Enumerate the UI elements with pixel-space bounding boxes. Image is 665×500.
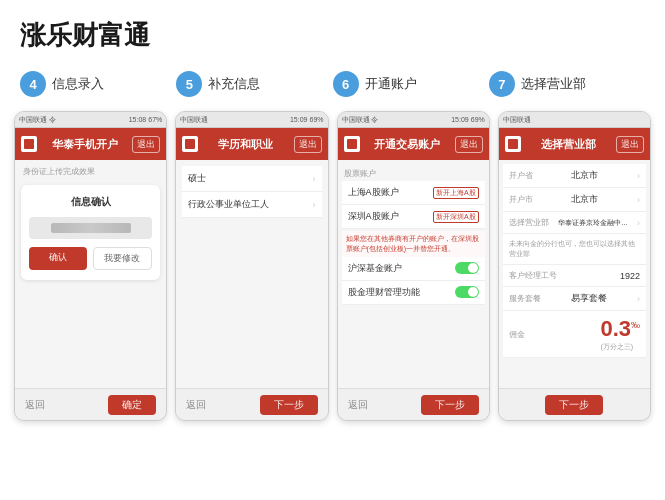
phone2-bottom: 返回 下一步 [176,388,327,420]
dialog-id-blur [51,223,131,233]
step-4: 4 信息录入 [20,71,176,97]
phone2-nav-title: 学历和职业 [198,137,293,152]
account-row-shenzhen[interactable]: 深圳A股账户 新开深圳A股 [342,205,485,229]
broker-province-row[interactable]: 开户省 北京市 › [503,164,646,188]
phone4-bottom: 下一步 [499,388,650,420]
phone3-battery: 69% [471,116,485,123]
phone2-nav-icon [182,136,198,152]
service-label: 服务套餐 [509,293,541,304]
phone1-nav: 华泰手机开户 退出 [15,128,166,160]
phone3-carrier: 中国联通 令 [342,115,379,125]
phone1-subtitle: 身份证上传完成效果 [21,166,95,177]
service-value: 易享套餐 [571,292,607,305]
occupation-chevron: › [313,200,316,210]
phone3-nav-inner [347,139,357,149]
phone1-carrier: 中国联通 令 [19,115,56,125]
phone-3: 中国联通 令 15:09 69% 开通交易账户 退出 股票账户 上海A股账户 新… [337,111,490,421]
phone1-next-btn[interactable]: 确定 [108,395,156,415]
step-5-label: 补充信息 [208,75,260,93]
step-5-circle: 5 [176,71,202,97]
phone4-status-bar: 中国联通 [499,112,650,128]
phone1-exit-btn[interactable]: 退出 [132,136,160,153]
phone2-carrier: 中国联通 [180,115,208,125]
account-notice: 如果您在其他券商有开户的账户，在深圳股票账户(包括创业板)一并替您开通。 [342,231,485,257]
form-row-education[interactable]: 硕士 › [182,166,321,192]
city-label: 开户市 [509,194,533,205]
info-confirm-dialog: 信息确认 确认 我要修改 [21,185,160,280]
phone2-time: 15:09 [290,116,308,123]
phone-2: 中国联通 15:09 69% 学历和职业 退出 硕士 › 行政公事业单位工人 › [175,111,328,421]
account-row-shanghai[interactable]: 上海A股账户 新开上海A股 [342,181,485,205]
step-4-label: 信息录入 [52,75,104,93]
fee-unit: ‰ [631,320,640,330]
phone2-next-btn[interactable]: 下一步 [260,395,318,415]
step-5: 5 补充信息 [176,71,332,97]
education-chevron: › [313,174,316,184]
manager-value: 1922 [620,271,640,281]
phones-row: 中国联通 令 15:08 67% 华泰手机开户 退出 身份证上传完成效果 信息确… [0,111,665,421]
step-7: 7 选择营业部 [489,71,645,97]
phone2-nav-inner [185,139,195,149]
modify-button[interactable]: 我要修改 [93,247,153,270]
confirm-button[interactable]: 确认 [29,247,87,270]
form-row-occupation[interactable]: 行政公事业单位工人 › [182,192,321,218]
fee-sub: (万分之三) [600,342,640,352]
fund-label: 沪深基金账户 [348,262,402,275]
phone2-status-bar: 中国联通 15:09 69% [176,112,327,128]
phone2-status-right: 15:09 69% [290,116,324,123]
education-label: 硕士 [188,172,206,185]
steps-row: 4 信息录入 5 补充信息 6 开通账户 7 选择营业部 [0,63,665,107]
shenzhen-tag: 新开深圳A股 [433,211,479,223]
phone4-exit-btn[interactable]: 退出 [616,136,644,153]
phone3-nav-title: 开通交易账户 [360,137,455,152]
phone3-exit-btn[interactable]: 退出 [455,136,483,153]
broker-city-row[interactable]: 开户市 北京市 › [503,188,646,212]
service-row[interactable]: 服务套餐 易享套餐 › [503,287,646,311]
broker-note: 未来向金的分行也可，您也可以选择其他营业部 [509,239,640,259]
phone1-bottom: 返回 确定 [15,388,166,420]
phone3-next-btn[interactable]: 下一步 [421,395,479,415]
step-6-label: 开通账户 [365,75,417,93]
page-title: 涨乐财富通 [20,18,645,53]
phone3-back-btn[interactable]: 返回 [348,398,368,412]
branch-chevron: › [637,218,640,228]
phone1-status-left: 中国联通 令 [19,115,56,125]
phone1-battery: 67% [148,116,162,123]
shanghai-tag: 新开上海A股 [433,187,479,199]
fee-label: 佣金 [509,329,525,340]
branch-value: 华泰证券京玲金融中心... [558,218,628,228]
step-7-circle: 7 [489,71,515,97]
phone2-status-left: 中国联通 [180,115,208,125]
fund-account-row[interactable]: 沪深基金账户 [342,257,485,281]
phone1-nav-title: 华泰手机开户 [37,137,132,152]
phone1-content: 身份证上传完成效果 信息确认 确认 我要修改 [15,160,166,388]
broker-branch-row[interactable]: 选择营业部 华泰证券京玲金融中心... › [503,212,646,234]
fee-big-value: 0.3 [600,316,631,341]
dialog-title: 信息确认 [29,195,152,209]
wealth-toggle[interactable] [455,286,479,298]
branch-label: 选择营业部 [509,217,549,228]
phone4-nav-icon [505,136,521,152]
dialog-id-area [29,217,152,239]
province-value: 北京市 [571,169,598,182]
phone4-nav: 选择营业部 退出 [499,128,650,160]
phone3-bottom: 返回 下一步 [338,388,489,420]
phone4-content: 开户省 北京市 › 开户市 北京市 › 选择营业部 华泰证券京玲金融中心... … [499,160,650,388]
city-value: 北京市 [571,193,598,206]
phone4-next-btn[interactable]: 下一步 [545,395,603,415]
phone2-exit-btn[interactable]: 退出 [294,136,322,153]
phone-4: 中国联通 选择营业部 退出 开户省 北京市 › 开户市 北京市 › 选择营业部 [498,111,651,421]
step-4-circle: 4 [20,71,46,97]
step-7-label: 选择营业部 [521,75,586,93]
wealth-mgmt-row[interactable]: 股金理财管理功能 [342,281,485,305]
phone3-nav-icon [344,136,360,152]
province-label: 开户省 [509,170,533,181]
fund-toggle[interactable] [455,262,479,274]
phone3-content: 股票账户 上海A股账户 新开上海A股 深圳A股账户 新开深圳A股 如果您在其他券… [338,160,489,388]
phone1-back-btn[interactable]: 返回 [25,398,45,412]
phone4-nav-title: 选择营业部 [521,137,616,152]
occupation-label: 行政公事业单位工人 [188,198,269,211]
phone3-status-right: 15:09 69% [451,116,485,123]
phone2-back-btn[interactable]: 返回 [186,398,206,412]
manager-row[interactable]: 客户经理工号 1922 [503,265,646,287]
